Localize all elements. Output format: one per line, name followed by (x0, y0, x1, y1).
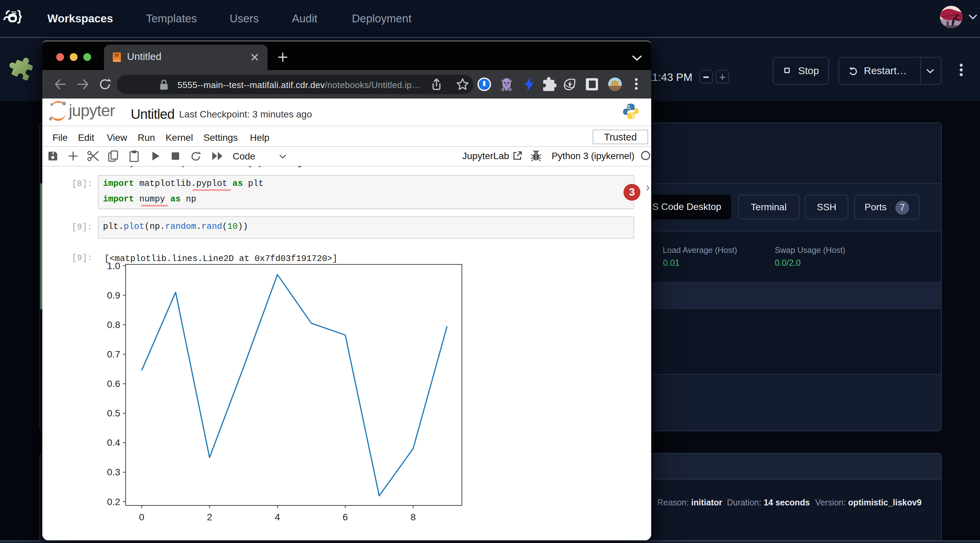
svg-text:4: 4 (275, 512, 280, 522)
svg-text:1.0: 1.0 (107, 261, 120, 271)
svg-text:2: 2 (207, 512, 212, 522)
svg-text:8: 8 (410, 512, 416, 522)
svg-text:0.2: 0.2 (107, 497, 120, 507)
svg-text:0.8: 0.8 (107, 319, 120, 330)
svg-text:jupyter: jupyter (68, 102, 115, 119)
svg-text:0.3: 0.3 (107, 467, 120, 477)
svg-text:0.7: 0.7 (107, 349, 120, 359)
svg-text:0.4: 0.4 (107, 437, 120, 448)
svg-text:0: 0 (139, 512, 145, 522)
svg-text:6: 6 (343, 512, 348, 522)
svg-text:0.5: 0.5 (107, 408, 120, 418)
svg-text:0.6: 0.6 (107, 378, 120, 389)
svg-text:0.9: 0.9 (107, 290, 120, 301)
